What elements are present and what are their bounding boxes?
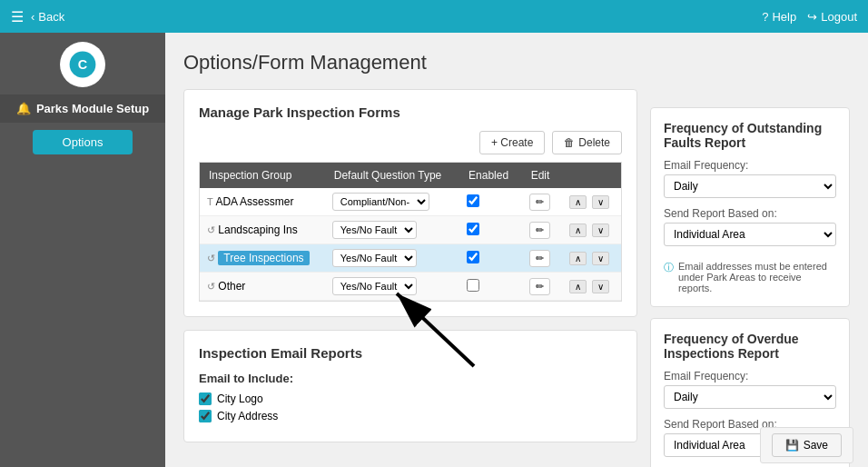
city-logo-label: City Logo xyxy=(217,392,263,405)
city-address-row: City Address xyxy=(199,410,622,422)
content-area: Manage Park Inspection Forms + Create 🗑 … xyxy=(183,89,850,467)
order-cell: ∧ ∨ xyxy=(561,244,621,273)
save-button[interactable]: 💾 Save xyxy=(772,433,842,457)
move-up-button[interactable]: ∧ xyxy=(569,224,587,237)
row-name: ADA Assessmer xyxy=(215,195,293,208)
table-header-row: Inspection Group Default Question Type E… xyxy=(200,163,621,188)
logout-link[interactable]: ↪ Logout xyxy=(807,10,857,24)
email-reports-card: Inspection Email Reports Email to Includ… xyxy=(183,330,637,442)
bell-icon: 🔔 xyxy=(16,102,31,115)
email-include-label: Email to Include: xyxy=(199,372,622,385)
table-row: T ADA Assessmer Compliant/Non- ✏ xyxy=(200,188,621,216)
freq-faults-title: Frequency of Outstanding Faults Report xyxy=(664,121,836,150)
email-freq-select-overdue[interactable]: Daily xyxy=(664,385,836,409)
table-row: ↺ Tree Inspections Yes/No Fault ✏ xyxy=(200,244,621,273)
question-type-cell: Yes/No Fault xyxy=(325,216,459,244)
question-type-cell: Yes/No Fault xyxy=(325,273,459,301)
move-down-button[interactable]: ∨ xyxy=(592,280,609,293)
row-name: Landscaping Ins xyxy=(218,224,297,236)
right-sidebar: Frequency of Outstanding Faults Report E… xyxy=(650,89,850,467)
delete-button[interactable]: 🗑 Delete xyxy=(552,131,622,154)
sidebar: C 🔔 Parks Module Setup Options xyxy=(0,33,165,467)
trash-icon: 🗑 xyxy=(564,136,575,149)
enabled-checkbox[interactable] xyxy=(467,251,479,263)
frequency-faults-card: Frequency of Outstanding Faults Report E… xyxy=(650,107,850,307)
help-link[interactable]: ? Help xyxy=(762,10,796,24)
module-title-label: Parks Module Setup xyxy=(36,102,149,115)
logout-label: Logout xyxy=(821,10,857,24)
save-label: Save xyxy=(804,439,828,452)
question-type-select[interactable]: Yes/No Fault xyxy=(332,277,417,295)
back-link[interactable]: ‹ Back xyxy=(31,10,64,24)
enabled-cell xyxy=(459,273,522,301)
question-type-select[interactable]: Yes/No Fault xyxy=(332,221,417,239)
type-cycle-icon: ↺ xyxy=(207,253,215,263)
city-logo-checkbox[interactable] xyxy=(199,392,212,405)
main-content: Options/Form Management Manage Park Insp… xyxy=(165,33,868,467)
enabled-checkbox[interactable] xyxy=(467,194,479,207)
top-nav: ☰ ‹ Back ? Help ↪ Logout xyxy=(0,0,868,33)
col-arrows xyxy=(561,163,621,188)
svg-text:C: C xyxy=(78,57,87,72)
sidebar-module-title: 🔔 Parks Module Setup xyxy=(0,94,165,123)
move-down-button[interactable]: ∨ xyxy=(592,195,609,209)
row-icon-cell: ↺ Tree Inspections xyxy=(200,244,325,273)
help-icon: ? xyxy=(762,10,768,24)
col-group: Inspection Group xyxy=(200,163,325,188)
create-button[interactable]: + Create xyxy=(479,131,545,154)
info-icon: ⓘ xyxy=(664,261,674,293)
enabled-checkbox[interactable] xyxy=(467,223,479,235)
edit-cell: ✏ xyxy=(522,188,562,216)
freq-overdue-title: Frequency of Overdue Inspections Report xyxy=(664,332,836,361)
question-type-cell: Compliant/Non- xyxy=(325,188,459,216)
row-name: Tree Inspections xyxy=(218,251,309,265)
sidebar-item-options[interactable]: Options xyxy=(33,130,133,154)
save-bar: 💾 Save xyxy=(760,427,853,463)
col-edit: Edit xyxy=(522,163,562,188)
order-cell: ∧ ∨ xyxy=(561,216,621,244)
edit-button[interactable]: ✏ xyxy=(529,250,550,267)
logout-icon: ↪ xyxy=(807,10,817,24)
type-cycle-icon: ↺ xyxy=(207,281,215,292)
info-note-faults: ⓘ Email addresses must be entered under … xyxy=(664,261,836,293)
enabled-cell xyxy=(459,244,522,273)
sidebar-logo: C xyxy=(60,42,105,87)
edit-cell: ✏ xyxy=(522,244,562,273)
enabled-cell xyxy=(459,216,522,244)
move-up-button[interactable]: ∧ xyxy=(569,195,587,209)
delete-label: Delete xyxy=(578,136,610,149)
email-freq-select-faults[interactable]: Daily xyxy=(664,174,836,198)
question-type-cell: Yes/No Fault xyxy=(325,244,459,273)
edit-button[interactable]: ✏ xyxy=(529,194,550,211)
table-actions: + Create 🗑 Delete xyxy=(199,131,622,154)
question-type-select[interactable]: Yes/No Fault xyxy=(332,249,417,267)
row-icon-cell: ↺ Other xyxy=(200,273,325,301)
table-row: ↺ Other Yes/No Fault ✏ xyxy=(200,273,621,301)
email-freq-label-faults: Email Frequency: xyxy=(664,159,836,172)
move-up-button[interactable]: ∧ xyxy=(569,252,587,265)
info-note-text: Email addresses must be entered under Pa… xyxy=(678,261,836,293)
inspection-table: Inspection Group Default Question Type E… xyxy=(200,163,621,301)
move-down-button[interactable]: ∨ xyxy=(592,252,609,265)
question-type-select[interactable]: Compliant/Non- xyxy=(332,193,429,211)
row-name: Other xyxy=(218,280,245,293)
col-type: Default Question Type xyxy=(325,163,459,188)
order-cell: ∧ ∨ xyxy=(561,188,621,216)
back-label: Back xyxy=(38,10,64,24)
city-address-checkbox[interactable] xyxy=(199,410,212,422)
type-cycle-icon: ↺ xyxy=(207,224,215,235)
hamburger-icon[interactable]: ☰ xyxy=(11,8,24,25)
edit-button[interactable]: ✏ xyxy=(529,278,550,295)
enabled-checkbox[interactable] xyxy=(467,279,479,292)
type-text-icon: T xyxy=(207,196,213,207)
email-freq-label-overdue: Email Frequency: xyxy=(664,370,836,383)
manage-park-card: Manage Park Inspection Forms + Create 🗑 … xyxy=(183,89,637,317)
edit-button[interactable]: ✏ xyxy=(529,222,550,239)
edit-cell: ✏ xyxy=(522,216,562,244)
edit-cell: ✏ xyxy=(522,273,562,301)
send-report-select-faults[interactable]: Individual Area xyxy=(664,223,836,246)
move-up-button[interactable]: ∧ xyxy=(569,280,587,293)
main-left: Manage Park Inspection Forms + Create 🗑 … xyxy=(183,89,637,467)
col-enabled: Enabled xyxy=(459,163,522,188)
move-down-button[interactable]: ∨ xyxy=(592,224,609,237)
